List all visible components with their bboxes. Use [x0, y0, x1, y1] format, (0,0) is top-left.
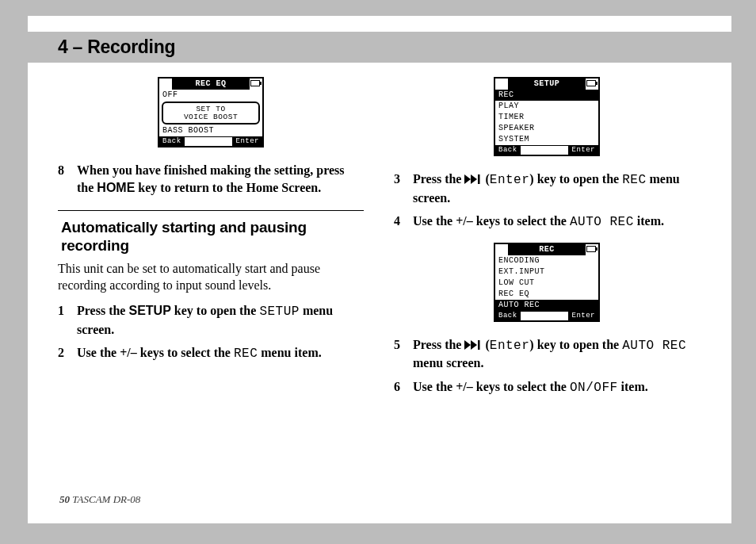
- step-number: 2: [58, 344, 69, 363]
- fast-forward-icon: [464, 174, 482, 184]
- lcd-title: REC: [508, 244, 586, 255]
- chapter-header: 4 – Recording: [28, 32, 731, 63]
- lcd-row: SPEAKER: [495, 123, 598, 134]
- step-text: Press the (Enter) key to open the AUTO R…: [413, 336, 700, 372]
- lcd-text: AUTO REC: [570, 215, 634, 229]
- svg-rect-2: [478, 174, 480, 184]
- step-text: Press the SETUP key to open the SETUP me…: [77, 302, 364, 338]
- lcd-text: ON/OFF: [570, 381, 618, 395]
- lcd-row: ENCODING: [495, 255, 598, 266]
- lcd-footer: Back Enter: [495, 145, 598, 155]
- lcd-footer: Back Enter: [495, 311, 598, 320]
- right-column: SETUP REC PLAY TIMER SPEAKER SYSTEM Back…: [394, 77, 700, 404]
- lcd-row: LOW CUT: [495, 278, 598, 289]
- lcd-popup-line: VOICE BOOST: [163, 113, 258, 121]
- step-text: Press the (Enter) key to open the REC me…: [413, 170, 700, 206]
- lcd-text: AUTO REC: [622, 339, 686, 353]
- manual-page: 4 – Recording REC EQ OFF SET TO VOICE BO…: [28, 16, 731, 523]
- lcd-row: REC EQ: [495, 289, 598, 300]
- key-setup: SETUP: [128, 304, 170, 317]
- step-number: 4: [394, 213, 405, 232]
- battery-icon: [586, 80, 596, 86]
- lcd-text: REC: [234, 347, 258, 361]
- section-paragraph: This unit can be set to automatically st…: [58, 260, 364, 294]
- two-column-layout: REC EQ OFF SET TO VOICE BOOST BASS BOOST…: [58, 77, 700, 404]
- step-4: 4 Use the +/– keys to select the AUTO RE…: [394, 213, 700, 232]
- lcd-row-selected: AUTO REC: [495, 300, 598, 311]
- battery-icon: [250, 80, 260, 86]
- lcd-enter-label: Enter: [232, 137, 262, 146]
- step-text: When you have finished making the settin…: [77, 162, 364, 196]
- lcd-screenshot-setup: SETUP REC PLAY TIMER SPEAKER SYSTEM Back…: [394, 77, 700, 156]
- page-footer: 50 TASCAM DR-08: [59, 493, 140, 506]
- lcd-row-selected: REC: [495, 90, 598, 101]
- fast-forward-icon: [464, 340, 482, 350]
- lcd-title: REC EQ: [172, 79, 250, 90]
- lcd-text: Enter: [490, 339, 530, 353]
- lcd-enter-label: Enter: [568, 312, 598, 320]
- step-number: 1: [58, 302, 69, 338]
- chapter-title: 4 – Recording: [58, 36, 731, 58]
- step-text: Use the +/– keys to select the REC menu …: [77, 344, 322, 363]
- svg-marker-1: [471, 174, 477, 184]
- lcd-screenshot-receq: REC EQ OFF SET TO VOICE BOOST BASS BOOST…: [58, 77, 364, 147]
- left-column: REC EQ OFF SET TO VOICE BOOST BASS BOOST…: [58, 77, 364, 404]
- svg-marker-4: [471, 340, 477, 350]
- lcd-row: SYSTEM: [495, 134, 598, 145]
- section-divider: [58, 210, 364, 211]
- step-text: Use the +/– keys to select the ON/OFF it…: [413, 378, 648, 397]
- step-number: 3: [394, 170, 405, 206]
- key-home: HOME: [97, 181, 135, 194]
- svg-marker-0: [464, 174, 471, 184]
- lcd-row: TIMER: [495, 112, 598, 123]
- svg-rect-5: [478, 340, 480, 350]
- lcd-row: EXT.INPUT: [495, 266, 598, 278]
- lcd-row: OFF: [159, 90, 262, 101]
- step-8: 8 When you have finished making the sett…: [58, 162, 364, 196]
- step-number: 5: [394, 336, 405, 372]
- lcd-screenshot-rec: REC ENCODING EXT.INPUT LOW CUT REC EQ AU…: [394, 243, 700, 322]
- model-name: TASCAM DR-08: [70, 493, 140, 505]
- step-6: 6 Use the +/– keys to select the ON/OFF …: [394, 378, 700, 397]
- lcd-row: PLAY: [495, 101, 598, 112]
- section-heading: Automatically starting and pausing recor…: [61, 219, 364, 255]
- lcd-text: Enter: [490, 173, 530, 187]
- step-number: 8: [58, 162, 69, 196]
- step-5: 5 Press the (Enter) key to open the AUTO…: [394, 336, 700, 372]
- step-number: 6: [394, 378, 405, 397]
- lcd-footer: Back Enter: [159, 136, 262, 146]
- lcd-back-label: Back: [495, 312, 521, 320]
- lcd-text: REC: [622, 173, 646, 187]
- svg-marker-3: [464, 340, 471, 350]
- battery-icon: [586, 246, 596, 252]
- lcd-popup: SET TO VOICE BOOST: [162, 102, 260, 125]
- step-1: 1 Press the SETUP key to open the SETUP …: [58, 302, 364, 338]
- step-2: 2 Use the +/– keys to select the REC men…: [58, 344, 364, 363]
- lcd-back-label: Back: [495, 146, 521, 155]
- lcd-text: SETUP: [259, 305, 300, 319]
- lcd-row: BASS BOOST: [159, 125, 262, 136]
- lcd-title: SETUP: [508, 79, 586, 90]
- page-number: 50: [59, 493, 70, 505]
- step-3: 3 Press the (Enter) key to open the REC …: [394, 170, 700, 206]
- lcd-back-label: Back: [159, 137, 185, 146]
- step-text: Use the +/– keys to select the AUTO REC …: [413, 213, 664, 232]
- lcd-enter-label: Enter: [568, 146, 598, 155]
